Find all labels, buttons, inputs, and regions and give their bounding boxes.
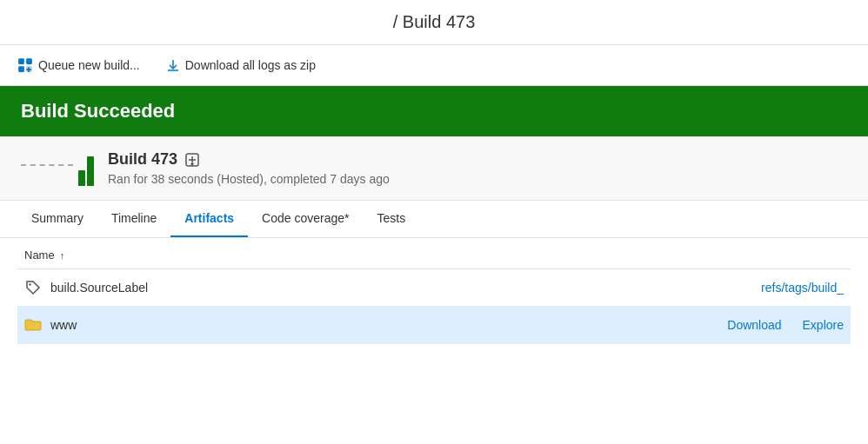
tab-artifacts[interactable]: Artifacts [170, 201, 248, 237]
dashed-line [21, 164, 73, 166]
build-status-text: Build Succeeded [21, 100, 175, 122]
build-meta: Ran for 38 seconds (Hosted), completed 7… [108, 172, 390, 186]
tag-icon [25, 280, 41, 295]
explore-button[interactable]: Explore [803, 318, 844, 332]
tabs: Summary Timeline Artifacts Code coverage… [0, 201, 868, 238]
retain-icon[interactable] [184, 152, 200, 168]
artifact-actions: Download Explore [727, 318, 844, 332]
tab-timeline[interactable]: Timeline [97, 201, 170, 237]
page-header: / Build 473 [0, 0, 868, 45]
column-name-label: Name [24, 249, 55, 262]
tab-tests[interactable]: Tests [364, 201, 420, 237]
bar-short [78, 170, 85, 186]
build-info-text: Build 473 Ran for 38 seconds (Hosted), c… [108, 150, 390, 186]
build-title: Build 473 [403, 12, 475, 31]
build-name: Build 473 [108, 150, 177, 169]
source-label-link[interactable]: refs/tags/build_ [761, 281, 844, 295]
download-logs-button[interactable]: Download all logs as zip [166, 55, 316, 76]
folder-icon [24, 317, 42, 333]
tag-icon-container [24, 280, 42, 295]
svg-point-11 [29, 283, 30, 285]
queue-icon [17, 57, 33, 73]
svg-rect-2 [18, 66, 24, 72]
download-logs-icon [166, 58, 180, 72]
build-name-row: Build 473 [108, 150, 390, 169]
download-button[interactable]: Download [727, 318, 781, 332]
artifacts-content: Name ↑ build.SourceLabel refs/tags/build… [0, 238, 868, 344]
www-folder-name: www [50, 318, 718, 332]
table-header: Name ↑ [17, 238, 851, 269]
tab-code-coverage[interactable]: Code coverage* [248, 201, 363, 237]
breadcrumb-separator: / [393, 12, 398, 31]
svg-rect-1 [26, 58, 32, 64]
artifact-row-www: www Download Explore [17, 307, 851, 344]
toolbar: Queue new build... Download all logs as … [0, 45, 868, 86]
sort-ascending-icon[interactable]: ↑ [60, 250, 65, 261]
tab-summary[interactable]: Summary [17, 201, 97, 237]
svg-rect-0 [18, 58, 24, 64]
build-chart-icon [78, 151, 94, 186]
source-label-name: build.SourceLabel [50, 281, 752, 295]
artifact-row-source-label: build.SourceLabel refs/tags/build_ [17, 269, 851, 307]
build-info-row: Build 473 Ran for 38 seconds (Hosted), c… [0, 136, 868, 201]
build-banner: Build Succeeded [0, 86, 868, 136]
page-title: / Build 473 [393, 12, 476, 32]
queue-new-build-button[interactable]: Queue new build... [17, 54, 140, 76]
queue-button-label: Queue new build... [38, 58, 140, 72]
bar-tall [87, 156, 94, 186]
download-logs-label: Download all logs as zip [185, 58, 316, 72]
folder-icon-container [24, 317, 42, 333]
